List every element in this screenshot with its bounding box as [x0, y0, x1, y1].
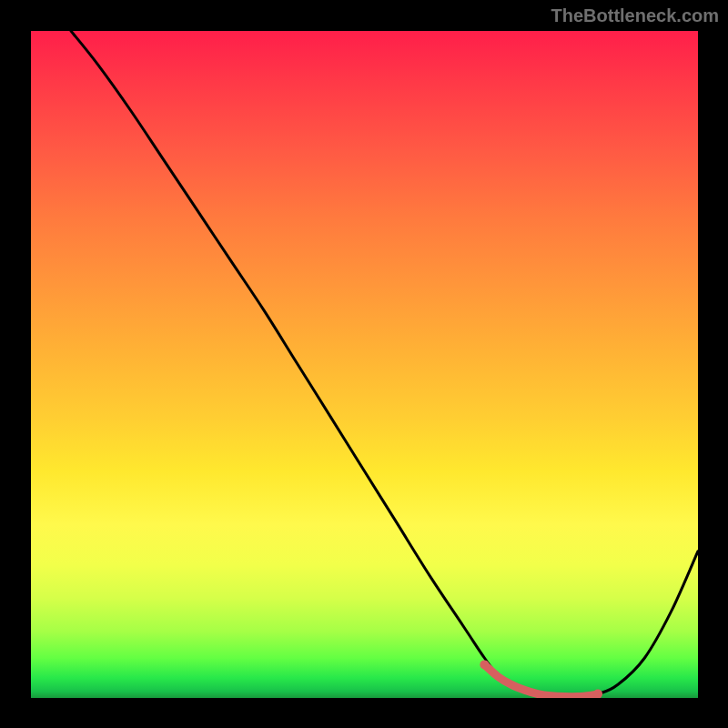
- highlight-end-dot: [480, 660, 489, 669]
- watermark-text: TheBottleneck.com: [551, 5, 719, 26]
- plot-area: [31, 31, 698, 698]
- bottleneck-curve: [71, 31, 698, 697]
- optimal-range-highlight: [484, 664, 598, 696]
- figure-frame: TheBottleneck.com: [0, 0, 728, 728]
- chart-svg: [31, 31, 698, 698]
